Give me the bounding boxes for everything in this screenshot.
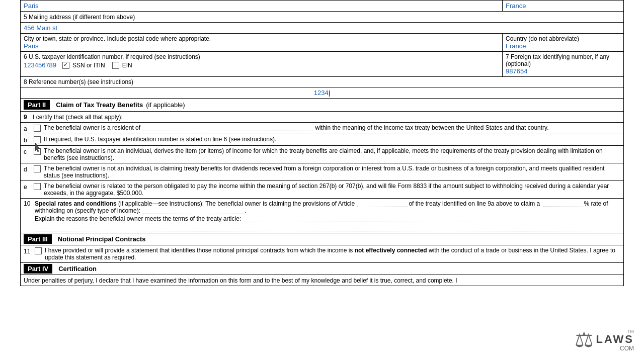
country-value-1: France [506,2,526,10]
item-9a-text: The beneficial owner is a resident of wi… [44,124,620,131]
item10-explain: Explain the reasons the beneficial owner… [24,215,620,222]
part-ii-label: Part II [24,100,50,110]
foreign-tax-value: 987654 [506,67,527,75]
com-text: .COM [618,345,634,352]
taxid-value: 123456789 [24,61,56,69]
item-e-letter: e [24,183,34,191]
form-page: Paris France 5 Mailing address (if diffe… [0,0,644,286]
item11-text: I have provided or will provide a statem… [45,247,620,261]
ein-label: EIN [122,62,132,69]
item-c-letter: c [24,147,34,155]
city-value-1: Paris [24,2,39,10]
item-9e-text: The beneficial owner is related to the p… [44,183,620,197]
checkbox-9b[interactable] [34,136,41,143]
ssn-label: SSN or ITIN [72,62,105,69]
ein-checkbox[interactable] [112,62,119,69]
mailing-value: 456 Main st [24,24,57,32]
checkbox-9a[interactable] [34,125,41,132]
mailing-label: 5 Mailing address (if different from abo… [24,14,135,21]
part-ii-title: Claim of Tax Treaty Benefits [56,101,143,109]
item9-num: 9 [24,114,27,121]
country-label: Country (do not abbreviate) [506,35,620,42]
part-iv-title: Certification [58,265,97,273]
item10-num: 10 [24,200,35,207]
ssn-checkbox[interactable] [62,62,69,69]
item-a-letter: a [24,124,34,132]
ref-label: 8 Reference number(s) (see instructions) [24,78,133,85]
checkbox-9c[interactable] [34,148,41,155]
item9-label: I certify that (check all that apply): [33,114,123,121]
item-9c-text: The beneficial owner is not an individua… [44,147,620,161]
part-ii-sub: (if applicable) [146,101,185,109]
item-b-letter: b [24,136,34,144]
country-value-2: France [506,42,526,50]
item10-text: Special rates and conditions (if applica… [35,200,620,214]
checkbox-9e[interactable] [34,183,41,190]
checkbox-11[interactable] [35,247,42,254]
item-9b-text: If required, the U.S. taxpayer identific… [44,136,620,143]
part-iv-label: Part IV [24,264,52,274]
bottom-text: Under penalties of perjury, I declare th… [24,277,457,284]
item-9d-text: The beneficial owner is not an individua… [44,165,620,179]
checkbox-9d[interactable] [34,165,41,172]
taxid-label: 6 U.S. taxpayer identification number, i… [24,53,499,60]
city-label: City or town, state or province. Include… [24,35,499,42]
city-value-2: Paris [24,42,39,50]
foreign-tax-label: 7 Foreign tax identifying number, if any… [506,53,620,67]
laws-text: LAWS [596,334,634,345]
item11-num: 11 [24,247,35,255]
ref-value: 1234 [314,89,330,97]
part-iii-title: Notional Principal Contracts [58,235,146,243]
watermark-icon: ⚖ [575,327,594,352]
item-d-letter: d [24,165,34,173]
watermark-text-block: TM LAWS .COM [596,329,634,352]
watermark: ⚖ TM LAWS .COM [575,327,634,352]
part-iii-label: Part III [24,234,52,244]
